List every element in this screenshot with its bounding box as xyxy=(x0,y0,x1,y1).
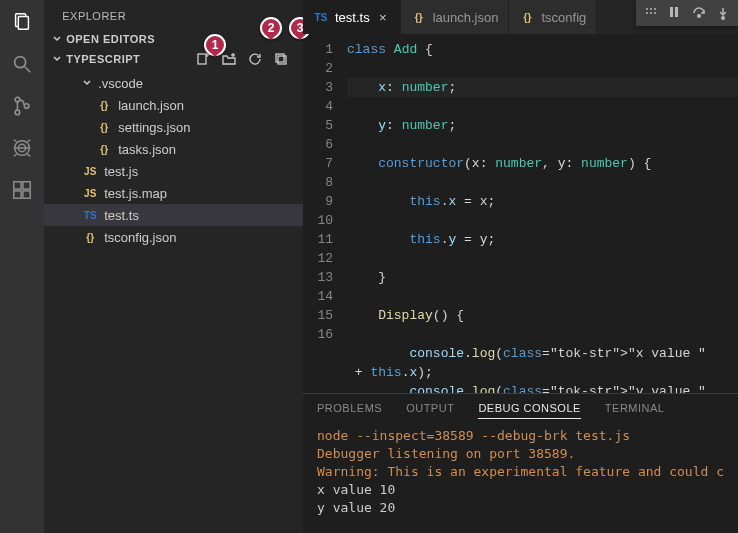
collapse-all-icon[interactable] xyxy=(273,51,289,67)
drag-handle-icon[interactable] xyxy=(644,6,658,20)
panel-tab-debug-console[interactable]: DEBUG CONSOLE xyxy=(478,402,580,419)
svg-line-11 xyxy=(28,140,31,142)
svg-rect-14 xyxy=(14,182,21,189)
file-test-ts[interactable]: TS test.ts xyxy=(44,204,303,226)
svg-rect-24 xyxy=(278,56,286,64)
svg-point-30 xyxy=(654,12,656,14)
line-numbers: 12345678910111213141516 xyxy=(303,40,347,393)
tab-label: tsconfig xyxy=(541,10,586,25)
svg-rect-32 xyxy=(675,7,678,17)
pause-icon[interactable] xyxy=(668,6,682,20)
svg-rect-23 xyxy=(276,54,284,62)
panel-tab-terminal[interactable]: TERMINAL xyxy=(605,402,665,419)
svg-point-6 xyxy=(24,104,29,109)
file-tasks-json[interactable]: {} tasks.json xyxy=(44,138,303,160)
debug-toolbar[interactable] xyxy=(636,0,738,26)
sidebar-title: EXPLORER xyxy=(44,0,303,30)
tab-label: launch.json xyxy=(433,10,499,25)
file-label: test.ts xyxy=(104,208,139,223)
search-icon[interactable] xyxy=(10,52,34,76)
file-settings-json[interactable]: {} settings.json xyxy=(44,116,303,138)
open-editors-label: OPEN EDITORS xyxy=(66,33,155,45)
svg-point-27 xyxy=(654,8,656,10)
file-launch-json[interactable]: {} launch.json xyxy=(44,94,303,116)
panel-tab-output[interactable]: OUTPUT xyxy=(406,402,454,419)
tab-launch-json[interactable]: {} launch.json xyxy=(401,0,510,34)
explorer-icon[interactable] xyxy=(10,10,34,34)
svg-rect-15 xyxy=(23,182,30,189)
panel-tabs: PROBLEMS OUTPUT DEBUG CONSOLE TERMINAL xyxy=(303,394,738,425)
new-file-icon[interactable] xyxy=(195,51,211,67)
svg-point-26 xyxy=(650,8,652,10)
ts-icon: TS xyxy=(313,12,329,23)
open-editors-header[interactable]: OPEN EDITORS xyxy=(44,30,303,48)
extensions-icon[interactable] xyxy=(10,178,34,202)
file-label: settings.json xyxy=(118,120,190,135)
file-label: test.js xyxy=(104,164,138,179)
svg-point-4 xyxy=(15,97,20,102)
svg-line-13 xyxy=(28,154,31,156)
svg-line-12 xyxy=(14,154,17,156)
svg-point-29 xyxy=(650,12,652,14)
svg-rect-1 xyxy=(18,17,28,30)
panel-tab-problems[interactable]: PROBLEMS xyxy=(317,402,382,419)
debug-console-output[interactable]: node --inspect=38589 --debug-brk test.js… xyxy=(303,425,738,519)
file-tree: .vscode {} launch.json {} settings.json … xyxy=(44,70,303,248)
editor-area: TS test.ts × {} launch.json {} tsconfig … xyxy=(303,0,738,533)
workspace-header[interactable]: TYPESCRIPT xyxy=(44,48,303,70)
file-label: tasks.json xyxy=(118,142,176,157)
activity-bar xyxy=(0,0,44,533)
close-icon[interactable]: × xyxy=(376,10,390,25)
source-control-icon[interactable] xyxy=(10,94,34,118)
tab-tsconfig[interactable]: {} tsconfig xyxy=(509,0,597,34)
svg-rect-18 xyxy=(198,54,206,64)
step-over-icon[interactable] xyxy=(692,6,706,20)
file-label: launch.json xyxy=(118,98,184,113)
json-icon: {} xyxy=(411,12,427,23)
svg-line-3 xyxy=(25,67,31,73)
folder-label: .vscode xyxy=(98,76,143,91)
svg-point-5 xyxy=(15,110,20,115)
new-folder-icon[interactable] xyxy=(221,51,237,67)
svg-point-35 xyxy=(722,17,725,20)
file-label: test.js.map xyxy=(104,186,167,201)
file-test-js-map[interactable]: JS test.js.map xyxy=(44,182,303,204)
workspace-actions xyxy=(195,51,295,67)
code-content[interactable]: class Add { x: number; y: number; constr… xyxy=(347,40,738,393)
file-tsconfig-json[interactable]: {} tsconfig.json xyxy=(44,226,303,248)
json-icon: {} xyxy=(519,12,535,23)
svg-rect-31 xyxy=(670,7,673,17)
svg-point-28 xyxy=(646,12,648,14)
step-into-icon[interactable] xyxy=(716,6,730,20)
workspace-label: TYPESCRIPT xyxy=(66,53,140,65)
svg-point-25 xyxy=(646,8,648,10)
folder-vscode[interactable]: .vscode xyxy=(44,72,303,94)
file-test-js[interactable]: JS test.js xyxy=(44,160,303,182)
svg-line-10 xyxy=(14,140,17,142)
refresh-icon[interactable] xyxy=(247,51,263,67)
bottom-panel: PROBLEMS OUTPUT DEBUG CONSOLE TERMINAL n… xyxy=(303,393,738,533)
tab-label: test.ts xyxy=(335,10,370,25)
svg-point-2 xyxy=(15,57,26,68)
svg-rect-17 xyxy=(23,191,30,198)
explorer-sidebar: EXPLORER OPEN EDITORS TYPESCRIPT .vsc xyxy=(44,0,303,533)
tab-test-ts[interactable]: TS test.ts × xyxy=(303,0,401,34)
code-editor[interactable]: 12345678910111213141516 class Add { x: n… xyxy=(303,34,738,393)
debug-icon[interactable] xyxy=(10,136,34,160)
editor-tabs: TS test.ts × {} launch.json {} tsconfig xyxy=(303,0,738,34)
file-label: tsconfig.json xyxy=(104,230,176,245)
svg-rect-16 xyxy=(14,191,21,198)
svg-point-33 xyxy=(698,15,701,18)
